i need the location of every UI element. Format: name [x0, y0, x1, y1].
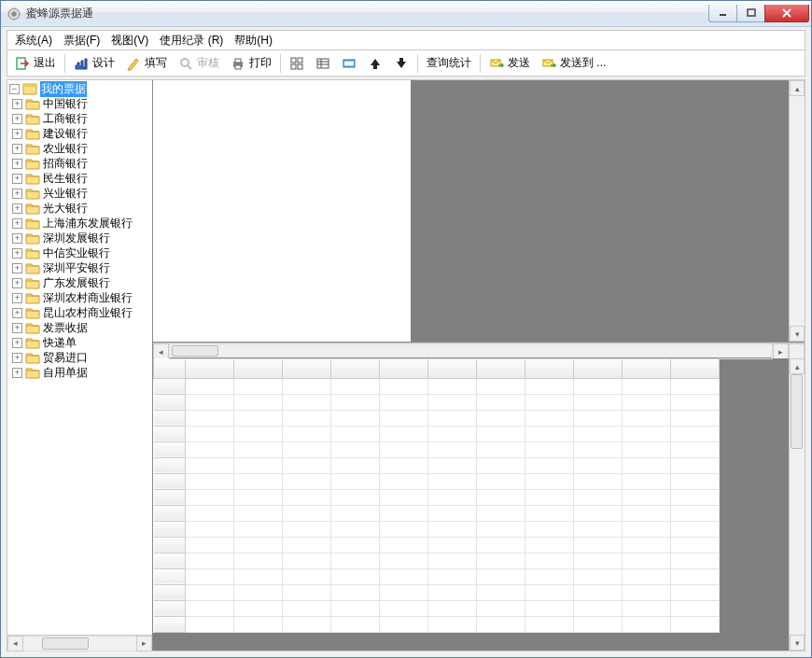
- grid-cell[interactable]: [477, 457, 525, 473]
- grid-cell[interactable]: [331, 441, 380, 457]
- grid-cell[interactable]: [186, 426, 234, 441]
- grid-cell[interactable]: [671, 616, 720, 632]
- grid-cell[interactable]: [525, 489, 574, 505]
- grid-cell[interactable]: [428, 441, 477, 457]
- grid-header-cell[interactable]: [283, 358, 331, 378]
- grid-cell[interactable]: [623, 553, 671, 568]
- grid-cell[interactable]: [574, 616, 623, 632]
- tree-item[interactable]: +昆山农村商业银行: [9, 305, 152, 320]
- grid-cell[interactable]: [234, 410, 283, 426]
- row-header[interactable]: [154, 473, 186, 489]
- down-button[interactable]: [388, 54, 414, 73]
- grid-cell[interactable]: [234, 568, 283, 584]
- grid-cell[interactable]: [283, 521, 331, 537]
- table-row[interactable]: [154, 410, 720, 426]
- tree-item-label[interactable]: 农业银行: [43, 141, 88, 157]
- view-list-button[interactable]: [310, 54, 336, 73]
- grid-cell[interactable]: [477, 441, 525, 457]
- tree-item[interactable]: +深圳平安银行: [9, 260, 152, 275]
- design-button[interactable]: 设计: [68, 53, 120, 73]
- grid-cell[interactable]: [283, 584, 331, 600]
- tree-item-label[interactable]: 快递单: [43, 335, 77, 351]
- grid-cell[interactable]: [477, 378, 525, 394]
- grid-cell[interactable]: [234, 378, 283, 394]
- grid-header-cell[interactable]: [671, 358, 720, 378]
- grid-cell[interactable]: [428, 378, 477, 394]
- grid-cell[interactable]: [574, 378, 623, 394]
- expand-icon[interactable]: +: [12, 263, 22, 273]
- grid-cell[interactable]: [331, 616, 380, 632]
- scroll-up-icon[interactable]: ▴: [790, 80, 805, 96]
- grid-cell[interactable]: [671, 505, 720, 521]
- expand-icon[interactable]: +: [12, 114, 22, 124]
- grid-cell[interactable]: [283, 394, 331, 410]
- grid-cell[interactable]: [186, 410, 234, 426]
- grid-cell[interactable]: [671, 473, 720, 489]
- grid-header-cell[interactable]: [186, 358, 234, 378]
- grid-cell[interactable]: [671, 489, 720, 505]
- grid-cell[interactable]: [574, 489, 623, 505]
- tree-item-label[interactable]: 中信实业银行: [43, 245, 110, 261]
- grid-cell[interactable]: [283, 600, 331, 616]
- menu-bill[interactable]: 票据(F): [58, 31, 105, 50]
- grid-cell[interactable]: [525, 473, 574, 489]
- tree-item-label[interactable]: 建设银行: [43, 126, 88, 142]
- grid-cell[interactable]: [283, 457, 331, 473]
- menu-help[interactable]: 帮助(H): [229, 31, 278, 50]
- grid-cell[interactable]: [283, 378, 331, 394]
- grid-cell[interactable]: [380, 600, 428, 616]
- grid-cell[interactable]: [331, 521, 380, 537]
- grid-cell[interactable]: [477, 600, 525, 616]
- table-row[interactable]: [154, 426, 720, 441]
- grid-cell[interactable]: [574, 505, 623, 521]
- grid-cell[interactable]: [525, 457, 574, 473]
- grid-cell[interactable]: [380, 473, 428, 489]
- tree-root-node[interactable]: −我的票据: [9, 81, 152, 96]
- grid-cell[interactable]: [380, 441, 428, 457]
- expand-icon[interactable]: +: [12, 159, 22, 169]
- grid-cell[interactable]: [380, 568, 428, 584]
- grid-cell[interactable]: [234, 426, 283, 441]
- grid-cell[interactable]: [574, 426, 623, 441]
- grid-header-cell[interactable]: [380, 358, 428, 378]
- tree-item-label[interactable]: 贸易进口: [43, 350, 88, 366]
- grid-cell[interactable]: [331, 394, 380, 410]
- grid-cell[interactable]: [671, 410, 720, 426]
- row-header[interactable]: [154, 584, 186, 600]
- scroll-down-icon[interactable]: ▾: [790, 635, 805, 651]
- grid-cell[interactable]: [671, 521, 720, 537]
- grid-cell[interactable]: [525, 441, 574, 457]
- grid-cell[interactable]: [234, 600, 283, 616]
- grid-cell[interactable]: [331, 537, 380, 553]
- tree-item-label[interactable]: 招商银行: [43, 156, 88, 172]
- expand-icon[interactable]: +: [12, 99, 22, 109]
- grid-cell[interactable]: [671, 537, 720, 553]
- row-header[interactable]: [154, 568, 186, 584]
- table-row[interactable]: [154, 473, 720, 489]
- table-row[interactable]: [154, 505, 720, 521]
- send-button[interactable]: 发送: [483, 53, 536, 73]
- grid-cell[interactable]: [428, 521, 477, 537]
- grid-cell[interactable]: [525, 410, 574, 426]
- grid-cell[interactable]: [623, 489, 671, 505]
- grid-cell[interactable]: [380, 553, 428, 568]
- grid-cell[interactable]: [186, 616, 234, 632]
- grid-cell[interactable]: [186, 489, 234, 505]
- grid-cell[interactable]: [331, 410, 380, 426]
- grid-cell[interactable]: [671, 378, 720, 394]
- grid-cell[interactable]: [671, 441, 720, 457]
- grid-cell[interactable]: [234, 521, 283, 537]
- grid-cell[interactable]: [623, 537, 671, 553]
- grid-cell[interactable]: [234, 489, 283, 505]
- grid-cell[interactable]: [428, 410, 477, 426]
- grid-cell[interactable]: [428, 426, 477, 441]
- tree-item-label[interactable]: 昆山农村商业银行: [43, 305, 133, 321]
- grid-cell[interactable]: [477, 584, 525, 600]
- grid-cell[interactable]: [574, 410, 623, 426]
- grid-cell[interactable]: [283, 489, 331, 505]
- sendto-button[interactable]: 发送到 ...: [536, 53, 611, 73]
- tree-item[interactable]: +自用单据: [9, 365, 152, 380]
- grid-cell[interactable]: [331, 584, 380, 600]
- tree-item[interactable]: +建设银行: [9, 126, 152, 141]
- grid-cell[interactable]: [331, 600, 380, 616]
